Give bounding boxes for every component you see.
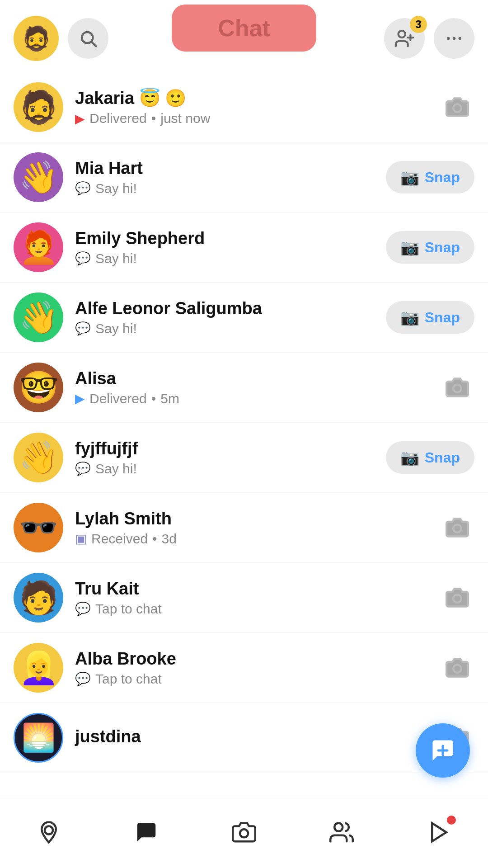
more-options-button[interactable] xyxy=(434,18,474,59)
camera-button-jakaria[interactable] xyxy=(440,90,474,124)
new-chat-fab[interactable] xyxy=(416,723,470,778)
chat-name-fyjffujfjf: fyjffujfjf xyxy=(75,439,379,458)
chat-item-lylah-smith[interactable]: 🕶️Lylah Smith▣Received•3d xyxy=(0,493,488,563)
header-left: 🧔 xyxy=(14,16,108,61)
nav-spotlight[interactable] xyxy=(418,816,460,849)
chat-name-justdina: justdina xyxy=(75,727,433,746)
header-right: 3 xyxy=(384,18,474,59)
svg-line-1 xyxy=(92,42,96,47)
search-button[interactable] xyxy=(68,18,108,59)
chat-avatar-lylah-smith: 🕶️ xyxy=(14,503,63,552)
add-friend-button[interactable]: 3 xyxy=(384,18,425,59)
camera-button-alisa[interactable] xyxy=(440,370,474,405)
chat-avatar-mia-hart: 👋 xyxy=(14,152,63,202)
chat-name-alisa: Alisa xyxy=(75,369,433,388)
svg-point-6 xyxy=(453,37,456,40)
chat-item-alba-brooke[interactable]: 👱‍♀️Alba Brooke💬Tap to chat xyxy=(0,633,488,703)
chat-item-mia-hart[interactable]: 👋Mia Hart💬Say hi!📷Snap xyxy=(0,142,488,212)
svg-point-9 xyxy=(453,385,461,392)
chat-item-justdina[interactable]: 🌅justdina xyxy=(0,703,488,773)
chat-item-jakaria[interactable]: 🧔Jakaria 😇 🙂▶Delivered•just now xyxy=(0,72,488,142)
chat-name-lylah-smith: Lylah Smith xyxy=(75,509,433,528)
svg-point-7 xyxy=(459,37,462,40)
svg-point-14 xyxy=(45,826,53,834)
svg-point-15 xyxy=(240,829,248,837)
camera-button-alba-brooke[interactable] xyxy=(440,651,474,685)
svg-point-5 xyxy=(447,37,450,40)
user-avatar[interactable]: 🧔 xyxy=(14,16,59,61)
chat-list: 🧔Jakaria 😇 🙂▶Delivered•just now👋Mia Hart… xyxy=(0,72,488,773)
chat-name-emily-shepherd: Emily Shepherd xyxy=(75,229,379,248)
nav-friends[interactable] xyxy=(320,816,363,849)
chat-avatar-justdina: 🌅 xyxy=(14,713,63,763)
header: 🧔 Chat 3 xyxy=(0,0,488,72)
chat-name-alfe-leonor: Alfe Leonor Saligumba xyxy=(75,299,379,318)
svg-point-8 xyxy=(453,104,461,112)
svg-point-2 xyxy=(399,31,405,38)
chat-item-tru-kait[interactable]: 🧑Tru Kait💬Tap to chat xyxy=(0,563,488,633)
friend-request-badge: 3 xyxy=(410,16,427,33)
chat-item-alfe-leonor[interactable]: 👋Alfe Leonor Saligumba💬Say hi!📷Snap xyxy=(0,283,488,353)
chat-title: Chat xyxy=(172,5,316,52)
chat-avatar-emily-shepherd: 🧑‍🦰 xyxy=(14,222,63,272)
snap-button-fyjffujfjf[interactable]: 📷Snap xyxy=(386,441,474,474)
chat-name-mia-hart: Mia Hart xyxy=(75,159,379,178)
chat-avatar-jakaria: 🧔 xyxy=(14,82,63,132)
snap-button-mia-hart[interactable]: 📷Snap xyxy=(386,161,474,193)
chat-avatar-alba-brooke: 👱‍♀️ xyxy=(14,643,63,693)
chat-name-jakaria: Jakaria 😇 🙂 xyxy=(75,88,433,108)
chat-item-alisa[interactable]: 🤓Alisa▶Delivered•5m xyxy=(0,353,488,423)
snap-button-emily-shepherd[interactable]: 📷Snap xyxy=(386,231,474,264)
spotlight-notification-dot xyxy=(447,816,456,825)
nav-map[interactable] xyxy=(28,816,70,849)
svg-marker-17 xyxy=(432,823,446,841)
svg-point-12 xyxy=(453,665,461,673)
chat-name-alba-brooke: Alba Brooke xyxy=(75,649,433,669)
snap-button-alfe-leonor[interactable]: 📷Snap xyxy=(386,301,474,334)
chat-avatar-fyjffujfjf: 👋 xyxy=(14,433,63,482)
chat-item-emily-shepherd[interactable]: 🧑‍🦰Emily Shepherd💬Say hi!📷Snap xyxy=(0,212,488,283)
chat-avatar-alfe-leonor: 👋 xyxy=(14,292,63,342)
bottom-navigation xyxy=(0,796,488,868)
chat-avatar-alisa: 🤓 xyxy=(14,363,63,412)
svg-point-11 xyxy=(453,595,461,603)
svg-point-16 xyxy=(334,823,343,831)
chat-avatar-tru-kait: 🧑 xyxy=(14,573,63,623)
chat-name-tru-kait: Tru Kait xyxy=(75,579,433,599)
nav-chat[interactable] xyxy=(125,816,168,849)
camera-button-lylah-smith[interactable] xyxy=(440,510,474,545)
chat-item-fyjffujfjf[interactable]: 👋fyjffujfjf💬Say hi!📷Snap xyxy=(0,423,488,493)
nav-camera[interactable] xyxy=(223,816,265,849)
camera-button-tru-kait[interactable] xyxy=(440,580,474,615)
svg-point-10 xyxy=(453,525,461,533)
